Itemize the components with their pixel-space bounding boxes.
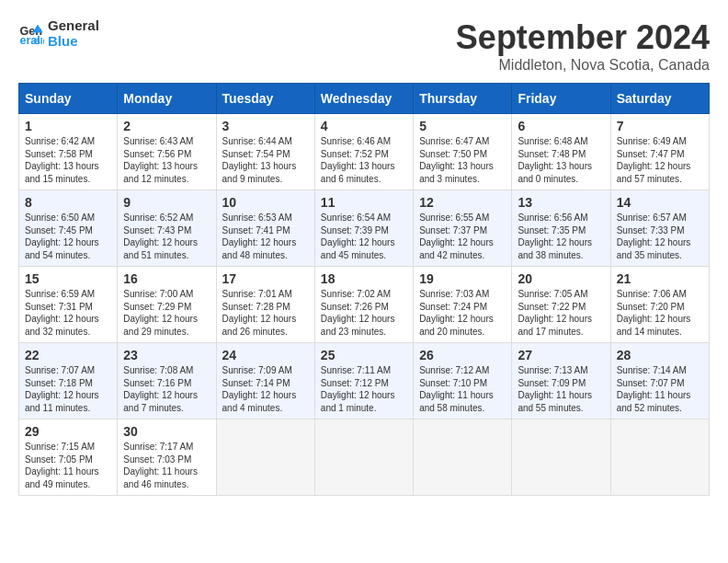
logo-icon: Gen eral Blue <box>18 21 44 47</box>
day-info: Sunrise: 6:46 AM Sunset: 7:52 PM Dayligh… <box>321 135 407 185</box>
day-info: Sunrise: 7:00 AM Sunset: 7:29 PM Dayligh… <box>123 288 210 338</box>
day-info: Sunrise: 6:52 AM Sunset: 7:43 PM Dayligh… <box>123 212 210 261</box>
day-number: 2 <box>123 119 210 133</box>
day-info: Sunrise: 6:42 AM Sunset: 7:58 PM Dayligh… <box>25 135 111 185</box>
calendar-week-row: 8Sunrise: 6:50 AM Sunset: 7:45 PM Daylig… <box>19 190 710 267</box>
day-number: 5 <box>419 119 506 133</box>
day-of-week-header: Friday <box>512 84 610 114</box>
calendar-cell: 9Sunrise: 6:52 AM Sunset: 7:43 PM Daylig… <box>118 190 216 267</box>
calendar-cell <box>216 419 314 496</box>
day-info: Sunrise: 7:03 AM Sunset: 7:24 PM Dayligh… <box>419 288 506 338</box>
calendar-cell: 26Sunrise: 7:12 AM Sunset: 7:10 PM Dayli… <box>414 343 512 419</box>
calendar-cell: 11Sunrise: 6:54 AM Sunset: 7:39 PM Dayli… <box>314 190 413 267</box>
calendar-cell: 30Sunrise: 7:17 AM Sunset: 7:03 PM Dayli… <box>118 419 216 496</box>
day-info: Sunrise: 6:55 AM Sunset: 7:37 PM Dayligh… <box>419 212 506 261</box>
day-number: 22 <box>25 348 111 362</box>
day-info: Sunrise: 7:01 AM Sunset: 7:28 PM Dayligh… <box>222 288 309 338</box>
day-number: 10 <box>222 195 309 210</box>
day-number: 9 <box>123 195 210 210</box>
day-info: Sunrise: 7:12 AM Sunset: 7:10 PM Dayligh… <box>419 364 506 414</box>
calendar-cell <box>512 419 610 496</box>
day-number: 1 <box>25 119 111 133</box>
day-info: Sunrise: 7:06 AM Sunset: 7:20 PM Dayligh… <box>617 288 703 338</box>
calendar-cell: 1Sunrise: 6:42 AM Sunset: 7:58 PM Daylig… <box>19 114 118 190</box>
month-title: September 2024 <box>456 18 710 57</box>
calendar-cell: 20Sunrise: 7:05 AM Sunset: 7:22 PM Dayli… <box>512 267 610 343</box>
calendar-cell: 29Sunrise: 7:15 AM Sunset: 7:05 PM Dayli… <box>19 419 118 496</box>
day-number: 24 <box>222 348 309 362</box>
logo-line1: General <box>48 18 99 34</box>
calendar-cell: 23Sunrise: 7:08 AM Sunset: 7:16 PM Dayli… <box>118 343 216 419</box>
calendar-cell: 15Sunrise: 6:59 AM Sunset: 7:31 PM Dayli… <box>19 267 118 343</box>
day-of-week-header: Thursday <box>414 84 512 114</box>
calendar-cell: 4Sunrise: 6:46 AM Sunset: 7:52 PM Daylig… <box>314 114 413 190</box>
day-info: Sunrise: 7:14 AM Sunset: 7:07 PM Dayligh… <box>617 364 703 414</box>
day-of-week-header: Sunday <box>19 84 118 114</box>
day-number: 17 <box>222 271 309 286</box>
calendar-week-row: 29Sunrise: 7:15 AM Sunset: 7:05 PM Dayli… <box>19 419 710 496</box>
svg-text:Blue: Blue <box>34 35 44 45</box>
calendar-cell: 5Sunrise: 6:47 AM Sunset: 7:50 PM Daylig… <box>414 114 512 190</box>
day-number: 26 <box>419 348 506 362</box>
calendar-cell <box>314 419 413 496</box>
location-subtitle: Middleton, Nova Scotia, Canada <box>456 57 710 74</box>
day-info: Sunrise: 6:57 AM Sunset: 7:33 PM Dayligh… <box>617 212 703 261</box>
calendar-week-row: 1Sunrise: 6:42 AM Sunset: 7:58 PM Daylig… <box>19 114 710 190</box>
calendar-cell: 22Sunrise: 7:07 AM Sunset: 7:18 PM Dayli… <box>19 343 118 419</box>
calendar-cell: 25Sunrise: 7:11 AM Sunset: 7:12 PM Dayli… <box>314 343 413 419</box>
day-number: 21 <box>617 271 703 286</box>
day-number: 16 <box>123 271 210 286</box>
day-number: 15 <box>25 271 111 286</box>
day-number: 19 <box>419 271 506 286</box>
day-number: 30 <box>123 424 210 439</box>
calendar-cell: 21Sunrise: 7:06 AM Sunset: 7:20 PM Dayli… <box>610 267 709 343</box>
page-header: Gen eral Blue General Blue September 202… <box>18 18 710 74</box>
calendar-cell: 10Sunrise: 6:53 AM Sunset: 7:41 PM Dayli… <box>216 190 314 267</box>
day-number: 27 <box>518 348 604 362</box>
day-info: Sunrise: 7:09 AM Sunset: 7:14 PM Dayligh… <box>222 364 309 414</box>
title-section: September 2024 Middleton, Nova Scotia, C… <box>456 18 710 74</box>
day-info: Sunrise: 7:15 AM Sunset: 7:05 PM Dayligh… <box>25 441 111 490</box>
day-info: Sunrise: 6:54 AM Sunset: 7:39 PM Dayligh… <box>321 212 407 261</box>
calendar-week-row: 15Sunrise: 6:59 AM Sunset: 7:31 PM Dayli… <box>19 267 710 343</box>
calendar-cell: 8Sunrise: 6:50 AM Sunset: 7:45 PM Daylig… <box>19 190 118 267</box>
day-of-week-header: Wednesday <box>314 84 413 114</box>
day-number: 8 <box>25 195 111 210</box>
day-info: Sunrise: 6:48 AM Sunset: 7:48 PM Dayligh… <box>518 135 604 185</box>
day-number: 28 <box>617 348 703 362</box>
calendar-cell: 2Sunrise: 6:43 AM Sunset: 7:56 PM Daylig… <box>118 114 216 190</box>
day-number: 12 <box>419 195 506 210</box>
day-number: 25 <box>321 348 407 362</box>
logo: Gen eral Blue General Blue <box>18 18 99 49</box>
day-info: Sunrise: 6:47 AM Sunset: 7:50 PM Dayligh… <box>419 135 506 185</box>
day-of-week-header: Monday <box>118 84 216 114</box>
day-number: 29 <box>25 424 111 439</box>
calendar-cell: 27Sunrise: 7:13 AM Sunset: 7:09 PM Dayli… <box>512 343 610 419</box>
day-number: 23 <box>123 348 210 362</box>
day-info: Sunrise: 6:50 AM Sunset: 7:45 PM Dayligh… <box>25 212 111 261</box>
calendar-week-row: 22Sunrise: 7:07 AM Sunset: 7:18 PM Dayli… <box>19 343 710 419</box>
day-info: Sunrise: 6:49 AM Sunset: 7:47 PM Dayligh… <box>617 135 703 185</box>
day-number: 6 <box>518 119 604 133</box>
day-info: Sunrise: 7:13 AM Sunset: 7:09 PM Dayligh… <box>518 364 604 414</box>
day-info: Sunrise: 7:17 AM Sunset: 7:03 PM Dayligh… <box>123 441 210 490</box>
day-info: Sunrise: 7:11 AM Sunset: 7:12 PM Dayligh… <box>321 364 407 414</box>
day-number: 7 <box>617 119 703 133</box>
day-info: Sunrise: 6:56 AM Sunset: 7:35 PM Dayligh… <box>518 212 604 261</box>
day-number: 11 <box>321 195 407 210</box>
day-info: Sunrise: 7:02 AM Sunset: 7:26 PM Dayligh… <box>321 288 407 338</box>
day-of-week-header: Tuesday <box>216 84 314 114</box>
calendar-cell: 3Sunrise: 6:44 AM Sunset: 7:54 PM Daylig… <box>216 114 314 190</box>
day-number: 3 <box>222 119 309 133</box>
day-info: Sunrise: 7:08 AM Sunset: 7:16 PM Dayligh… <box>123 364 210 414</box>
day-info: Sunrise: 7:05 AM Sunset: 7:22 PM Dayligh… <box>518 288 604 338</box>
calendar-cell: 18Sunrise: 7:02 AM Sunset: 7:26 PM Dayli… <box>314 267 413 343</box>
calendar-cell: 24Sunrise: 7:09 AM Sunset: 7:14 PM Dayli… <box>216 343 314 419</box>
calendar-header-row: SundayMondayTuesdayWednesdayThursdayFrid… <box>19 84 710 114</box>
calendar-cell <box>414 419 512 496</box>
day-info: Sunrise: 6:59 AM Sunset: 7:31 PM Dayligh… <box>25 288 111 338</box>
calendar-cell: 14Sunrise: 6:57 AM Sunset: 7:33 PM Dayli… <box>610 190 709 267</box>
calendar-cell: 12Sunrise: 6:55 AM Sunset: 7:37 PM Dayli… <box>414 190 512 267</box>
day-info: Sunrise: 7:07 AM Sunset: 7:18 PM Dayligh… <box>25 364 111 414</box>
day-of-week-header: Saturday <box>610 84 709 114</box>
